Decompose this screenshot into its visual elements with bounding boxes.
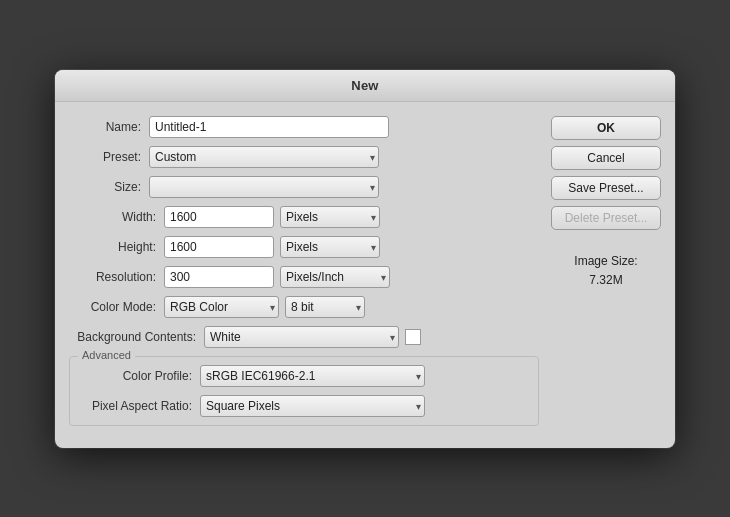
aspect-label: Pixel Aspect Ratio: [80,399,200,413]
bg-label: Background Contents: [69,330,204,344]
color-mode-row: Color Mode: RGB Color CMYK Color Graysca… [69,296,539,318]
height-label: Height: [69,240,164,254]
preset-row: Preset: Custom [69,146,539,168]
resolution-input[interactable] [164,266,274,288]
height-unit-select[interactable]: Pixels Inches Centimeters [280,236,380,258]
profile-label: Color Profile: [80,369,200,383]
image-size-value: 7.32M [551,271,661,290]
profile-select-wrap: sRGB IEC61966-2.1 Adobe RGB (1998) Don't… [200,365,425,387]
size-select[interactable] [149,176,379,198]
preset-label: Preset: [69,150,149,164]
width-input[interactable] [164,206,274,228]
advanced-group: Advanced Color Profile: sRGB IEC61966-2.… [69,356,539,426]
name-row: Name: [69,116,539,138]
aspect-select-wrap: Square Pixels D1/DV NTSC (0.91) [200,395,425,417]
size-select-wrap [149,176,379,198]
background-row: Background Contents: White Background Co… [69,326,539,348]
bit-depth-select[interactable]: 8 bit 16 bit 32 bit [285,296,365,318]
preset-select[interactable]: Custom [149,146,379,168]
bg-select-wrap: White Background Color Transparent [204,326,399,348]
bit-depth-wrap: 8 bit 16 bit 32 bit [285,296,365,318]
aspect-select[interactable]: Square Pixels D1/DV NTSC (0.91) [200,395,425,417]
ok-button[interactable]: OK [551,116,661,140]
buttons-area: OK Cancel Save Preset... Delete Preset..… [551,116,661,434]
profile-select[interactable]: sRGB IEC61966-2.1 Adobe RGB (1998) Don't… [200,365,425,387]
width-unit-select[interactable]: Pixels Inches Centimeters [280,206,380,228]
image-size-info: Image Size: 7.32M [551,252,661,290]
color-mode-label: Color Mode: [69,300,164,314]
height-input[interactable] [164,236,274,258]
new-document-dialog: New Name: Preset: Custom Size: [55,70,675,448]
color-mode-select[interactable]: RGB Color CMYK Color Grayscale [164,296,279,318]
delete-preset-button: Delete Preset... [551,206,661,230]
resolution-unit-wrap: Pixels/Inch Pixels/Centimeter [280,266,390,288]
height-row: Height: Pixels Inches Centimeters [69,236,539,258]
width-label: Width: [69,210,164,224]
resolution-label: Resolution: [69,270,164,284]
bg-color-swatch[interactable] [405,329,421,345]
width-row: Width: Pixels Inches Centimeters [69,206,539,228]
aspect-row: Pixel Aspect Ratio: Square Pixels D1/DV … [80,395,528,417]
color-mode-select-wrap: RGB Color CMYK Color Grayscale [164,296,279,318]
profile-row: Color Profile: sRGB IEC61966-2.1 Adobe R… [80,365,528,387]
image-size-label: Image Size: [551,252,661,271]
form-area: Name: Preset: Custom Size: [69,116,539,434]
cancel-button[interactable]: Cancel [551,146,661,170]
resolution-unit-select[interactable]: Pixels/Inch Pixels/Centimeter [280,266,390,288]
size-row: Size: [69,176,539,198]
resolution-row: Resolution: Pixels/Inch Pixels/Centimete… [69,266,539,288]
height-unit-wrap: Pixels Inches Centimeters [280,236,380,258]
bg-select[interactable]: White Background Color Transparent [204,326,399,348]
save-preset-button[interactable]: Save Preset... [551,176,661,200]
size-label: Size: [69,180,149,194]
preset-select-wrap: Custom [149,146,379,168]
width-unit-wrap: Pixels Inches Centimeters [280,206,380,228]
name-input[interactable] [149,116,389,138]
dialog-title: New [55,70,675,102]
name-label: Name: [69,120,149,134]
advanced-label: Advanced [78,349,135,361]
